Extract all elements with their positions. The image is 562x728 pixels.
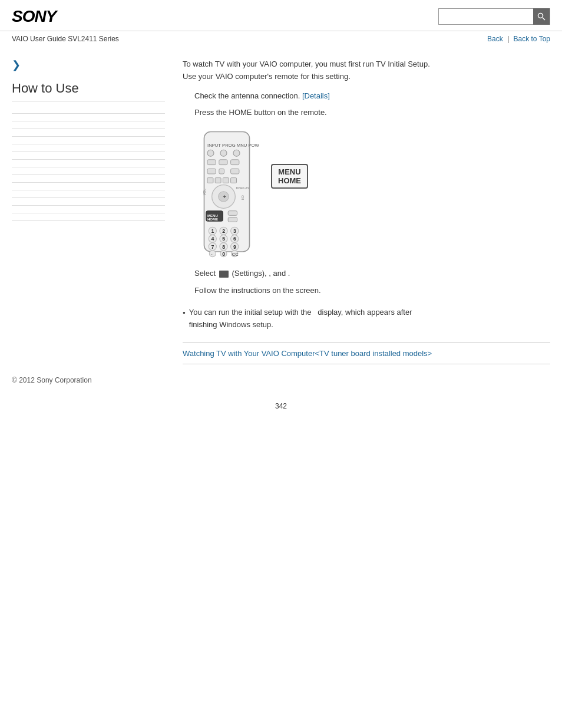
svg-rect-7 <box>207 160 216 165</box>
bottom-link[interactable]: Watching TV with Your VAIO Computer<TV t… <box>183 349 432 358</box>
step3-prefix: Select <box>194 269 216 278</box>
svg-rect-12 <box>231 169 239 174</box>
menu-home-label: MENU HOME <box>271 164 308 189</box>
page-number: 342 <box>0 396 562 416</box>
svg-rect-27 <box>228 218 237 222</box>
svg-rect-8 <box>219 160 227 165</box>
svg-point-0 <box>538 14 543 18</box>
sidebar-item[interactable] <box>12 106 165 114</box>
content-area: To watch TV with your VAIO computer, you… <box>177 47 550 364</box>
search-icon <box>537 12 546 21</box>
svg-text:1: 1 <box>211 228 214 234</box>
svg-text:HOME: HOME <box>207 218 218 221</box>
svg-text:9: 9 <box>233 244 236 250</box>
main-content: ❯ How to Use To watch TV with your VAIO … <box>0 47 562 364</box>
menu-label: MENU <box>278 167 301 176</box>
intro-line2: Use your VAIO computer's remote for this… <box>183 71 550 83</box>
svg-point-4 <box>207 150 214 156</box>
svg-rect-13 <box>207 178 213 183</box>
sidebar-item[interactable] <box>12 144 165 152</box>
svg-text:VOL: VOL <box>203 189 206 195</box>
sidebar-item[interactable] <box>12 152 165 160</box>
back-link[interactable]: Back <box>487 35 503 43</box>
svg-rect-11 <box>219 169 224 174</box>
footer: © 2012 Sony Corporation <box>0 364 562 396</box>
note-section: ● You can run the initial setup with the… <box>183 307 550 331</box>
guide-title: VAIO User Guide SVL2411 Series <box>12 35 119 43</box>
intro-line1: To watch TV with your VAIO computer, you… <box>183 58 550 71</box>
step3-settings-label: (Settings), <box>232 269 266 278</box>
svg-point-5 <box>220 150 227 156</box>
sidebar-item[interactable] <box>12 175 165 183</box>
nav-links: Back | Back to Top <box>487 35 550 43</box>
svg-text:6: 6 <box>233 236 236 242</box>
sidebar-item[interactable] <box>12 167 165 175</box>
expand-icon[interactable]: ❯ <box>12 58 165 71</box>
svg-text:2: 2 <box>222 228 225 234</box>
svg-text:8: 8 <box>222 244 225 250</box>
svg-line-1 <box>543 18 545 20</box>
search-box-container[interactable] <box>438 8 550 25</box>
sidebar-item[interactable] <box>12 190 165 198</box>
bottom-link-bar: Watching TV with Your VAIO Computer<TV t… <box>183 342 550 364</box>
svg-text:5: 5 <box>222 236 225 242</box>
svg-rect-26 <box>228 211 237 216</box>
intro-text: To watch TV with your VAIO computer, you… <box>183 58 550 83</box>
sidebar: ❯ How to Use <box>12 47 177 364</box>
bullet-icon: ● <box>183 309 186 317</box>
sidebar-item[interactable] <box>12 198 165 206</box>
svg-rect-15 <box>223 178 229 183</box>
sidebar-title: How to Use <box>12 81 165 101</box>
sidebar-item[interactable] <box>12 137 165 144</box>
svg-point-6 <box>233 150 240 156</box>
svg-text:CC: CC <box>232 252 239 257</box>
svg-rect-14 <box>215 178 221 183</box>
sidebar-item[interactable] <box>12 160 165 167</box>
search-input[interactable] <box>439 9 533 24</box>
step1-text: Check the antenna connection. <box>194 91 300 100</box>
step1: Check the antenna connection. [Details] <box>194 90 550 103</box>
step3-end: . <box>288 269 290 278</box>
svg-text:3: 3 <box>233 228 236 234</box>
svg-text:CH: CH <box>241 195 244 200</box>
page-header: SONY <box>0 0 562 31</box>
sidebar-item[interactable] <box>12 206 165 213</box>
details-link[interactable]: [Details] <box>302 91 330 100</box>
sidebar-item[interactable] <box>12 114 165 121</box>
back-to-top-link[interactable]: Back to Top <box>514 35 550 43</box>
svg-text:+: + <box>223 193 226 200</box>
svg-text:0: 0 <box>222 251 225 257</box>
remote-container: INPUT PROG MNU POWER DISPLAY <box>194 129 550 258</box>
nav-separator: | <box>507 35 511 43</box>
svg-text:4: 4 <box>211 236 214 242</box>
sidebar-item[interactable] <box>12 121 165 129</box>
sidebar-item[interactable] <box>12 183 165 190</box>
sidebar-item[interactable] <box>12 213 165 221</box>
step4: Follow the instructions on the screen. <box>194 285 550 297</box>
svg-text:MENU: MENU <box>207 214 218 218</box>
step3: Select (Settings), , and . <box>194 268 550 280</box>
menu-home-box: MENU HOME <box>271 164 308 189</box>
sidebar-item[interactable] <box>12 129 165 137</box>
note-item: ● You can run the initial setup with the… <box>183 307 550 331</box>
nav-bar: VAIO User Guide SVL2411 Series Back | Ba… <box>0 31 562 47</box>
svg-text:INPUT  PROG MNU  POWER: INPUT PROG MNU POWER <box>207 143 259 148</box>
svg-text:·: · <box>211 251 213 257</box>
settings-icon <box>219 271 229 278</box>
home-label: HOME <box>278 176 301 185</box>
note-text: You can run the initial setup with the d… <box>189 307 412 331</box>
svg-rect-9 <box>231 160 239 165</box>
remote-image: INPUT PROG MNU POWER DISPLAY <box>194 129 259 258</box>
svg-rect-16 <box>231 178 237 183</box>
search-button[interactable] <box>533 8 550 25</box>
svg-text:DISPLAY: DISPLAY <box>236 187 249 190</box>
svg-rect-10 <box>207 169 216 174</box>
step3-middle: , and <box>269 269 286 278</box>
sony-logo: SONY <box>12 7 56 26</box>
svg-text:7: 7 <box>211 244 214 250</box>
step2: Press the HOME button on the remote. <box>194 107 550 119</box>
